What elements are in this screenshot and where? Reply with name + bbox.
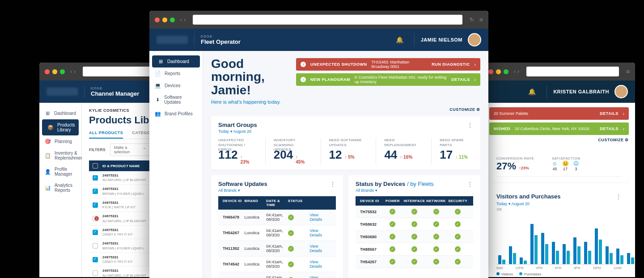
avatar[interactable] [614,85,628,98]
status-ok-icon: ✓ [288,261,294,267]
alert-banner[interactable]: NISHED10 Columbus Circle, New York, NY 1… [489,122,629,135]
table-row: TH74542Luxotica04:41am, 08/3/20✓View Det… [218,257,336,272]
status-devices-card: Status by Devices / by Fleets All Brands… [348,175,480,278]
filters-label: FILTERS [89,147,106,152]
status-ok-icon: ✓ [433,221,439,227]
table-row: TH54267Luxotica04:41am, 08/3/20✓View Det… [218,225,336,241]
sidebar-item[interactable]: 🎯Planning [39,135,81,147]
software-updates-card: Software Updates All Brands ▾ ⋮ DEVICE I… [211,175,343,278]
status-ok-icon: ✓ [411,234,417,240]
status-ok-icon: ✓ [411,246,417,252]
smart-groups-card: Smart Groups Today ▾ August 20 ⋮ UNEXPEC… [211,116,480,170]
status-ok-icon: ✓ [390,234,395,240]
select-all-checkbox[interactable] [93,163,98,168]
card-menu[interactable]: ⋮ [330,181,336,188]
sidebar-item[interactable]: 📦Products Library [42,119,79,135]
satisfaction-label: SATISFACTION [552,156,580,160]
alert-banner[interactable]: 20 Summer PaletteDETAILS› [489,107,629,120]
user-name: JAMIE NIELSOM [421,37,462,42]
alert-banner[interactable]: !UNEXPECTED SHUTDOWNTH15483: Manhattan B… [296,58,480,71]
card-menu[interactable]: ⋮ [615,193,622,200]
product-line: EDGE [91,86,139,90]
stat: NEED REPLENISHMENT44 16% [376,138,418,164]
table-row: TH58632✓✓✓✓ [356,218,473,231]
table-row: TH00802Luxotica04:41am, 08/3/20✓View Det… [218,272,336,278]
status-ok-icon: ✓ [411,209,417,215]
row-checkbox[interactable] [93,202,98,208]
visitors-card: Visitors and Purchases Today ▾ August 20… [489,188,629,277]
status-ok-icon: ✓ [455,234,461,240]
sidebar-item[interactable]: 📄Reports [149,67,203,80]
customize-button[interactable]: CUSTOMIZE ⚙ [211,107,480,112]
alert-banner[interactable]: !NEW PLANOGRAMK Cosmetics Fleet Manhatta… [296,73,480,86]
status-ok-icon: ✓ [288,230,294,236]
sidebar-item[interactable]: ⊞Dashboard [39,107,81,119]
stat: NEED SPARE PARTS17 11% [431,138,473,164]
filter-select[interactable]: Make a selection⌄ [110,143,150,156]
status-ok-icon: ✓ [455,246,461,252]
product-name: Channel Manager [91,90,139,97]
sidebar: ⊞Dashboard📄Reports💻Devices⬇Software Upda… [149,51,203,278]
table-row: TH50680✓✓✓✓ [356,231,473,243]
tab[interactable]: ALL PRODUCTS [89,131,123,139]
bell-icon[interactable]: 🔔 [396,36,403,43]
url-bar[interactable] [526,67,619,76]
conversion-label: CONVERSION RATE [496,156,534,160]
analytics-window: ‹› ≡ 🔔 KRISTEN GALBRAITH 20 Summer Palet… [483,63,635,277]
alert-icon: ! [94,216,99,221]
status-ok-icon: ✓ [288,246,294,252]
window-chrome: ‹› ↻ ≡ [149,11,488,29]
fleet-operator-window: ‹› ↻ ≡ EDGE Fleet Operator 🔔 JAMIE NIELS… [149,11,488,278]
chart-title: Visitors and Purchases [496,193,561,200]
sidebar-item[interactable]: ⬇Software Updates [149,92,203,108]
sidebar-item[interactable]: 👥Brand Profiles [149,108,203,120]
view-details-link[interactable]: View Details [309,244,322,253]
sidebar-item[interactable]: 👤Profile Manager [39,164,81,180]
sidebar-item[interactable]: ⊞Dashboard [152,55,200,67]
url-bar[interactable] [193,15,462,25]
status-ok-icon: ✓ [390,259,395,265]
product-name: Fleet Operator [201,38,241,45]
status-ok-icon: ✓ [433,234,439,240]
status-ok-icon: ✓ [455,259,461,265]
sidebar-item[interactable]: 📊Analytics Reports [39,180,81,196]
status-ok-icon: ✓ [433,209,439,215]
avatar[interactable] [468,33,481,46]
row-checkbox[interactable] [93,175,98,181]
main-content: Good morning, Jamie! Here is what's happ… [203,51,488,278]
sidebar-item[interactable]: 💻Devices [149,80,203,92]
row-checkbox[interactable] [93,257,98,262]
view-details-link[interactable]: View Details [309,213,322,222]
status-ok-icon: ✓ [433,246,439,252]
customize-button[interactable]: CUSTOMIZE ⚙ [489,138,629,142]
status-ok-icon: ✓ [411,221,417,227]
view-details-link[interactable]: View Details [309,228,322,237]
stat: UNEXPECTED SHUTDOWNS / ERROS112 23% [218,138,252,164]
bell-icon[interactable]: 🔔 [528,88,536,95]
stat: INVENTORY SCANNING UPDATES204 45% [265,138,307,164]
status-ok-icon: ✓ [433,259,439,265]
status-ok-icon: ✓ [411,259,417,265]
status-ok-icon: ✓ [390,209,395,215]
table-row: TH54267✓✓✓✓ [356,256,473,268]
row-checkbox[interactable] [93,189,98,194]
view-details-link[interactable]: View Details [309,275,322,278]
card-menu[interactable]: ⋮ [467,122,473,129]
logo [157,36,188,44]
table-row: TH11352Luxotica04:41am, 08/3/20✓View Det… [218,241,336,257]
status-ok-icon: ✓ [390,246,395,252]
row-checkbox[interactable] [93,270,98,276]
row-checkbox[interactable] [93,243,98,249]
status-ok-icon: ✓ [390,221,395,227]
card-title: Smart Groups [218,122,257,128]
user-name: KRISTEN GALBRAITH [553,89,609,94]
row-checkbox[interactable] [93,230,98,235]
card-menu[interactable]: ⋮ [467,181,473,188]
sidebar-item[interactable]: 📋Inventory & Replenishment [39,147,81,164]
table-row: TH75832✓✓✓✓ [356,206,473,218]
product-line: EDGE [201,34,241,38]
view-details-link[interactable]: View Details [309,260,322,269]
status-ok-icon: ✓ [288,215,294,220]
sidebar: ⊞Dashboard📦Products Library🎯Planning📋Inv… [39,103,82,277]
table-row: TH66478Luxotica04:41am, 08/3/20✓View Det… [218,210,336,225]
